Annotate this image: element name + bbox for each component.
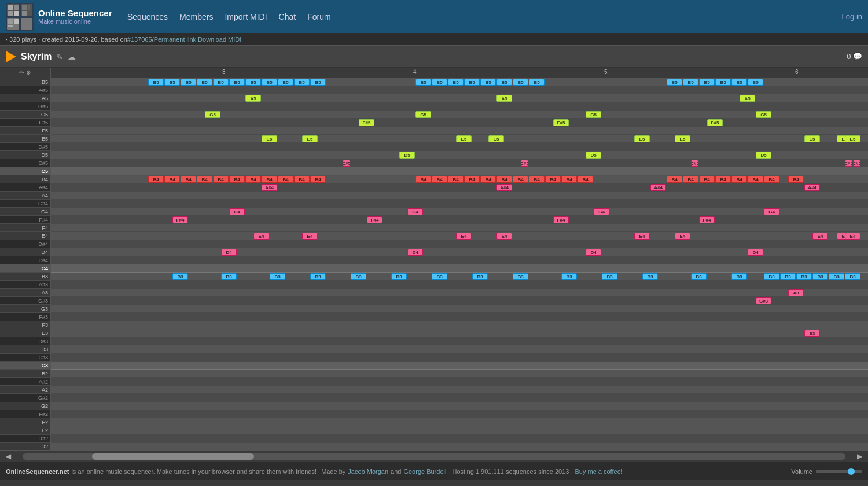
grid-row-D3[interactable] <box>51 345 868 354</box>
note-B3-col79[interactable]: B3 <box>691 273 707 280</box>
note-B5-col80[interactable]: B5 <box>699 79 715 86</box>
note-B5-col30[interactable]: B5 <box>294 79 310 86</box>
note-B3-col68[interactable]: B3 <box>602 273 617 280</box>
note-B3-col92[interactable]: B3 <box>796 273 812 280</box>
grid-row-F#5[interactable]: F#5F#5F#5 <box>51 119 868 127</box>
note-F#4-col62[interactable]: F#4 <box>553 216 569 223</box>
piano-key-A2[interactable]: A2 <box>0 386 50 394</box>
grid-row-C4[interactable] <box>51 264 868 273</box>
grid-row-G#4[interactable] <box>51 200 868 208</box>
nav-import-midi[interactable]: Import MIDI <box>225 12 267 21</box>
author2-link[interactable]: George Burdell <box>403 468 446 475</box>
grid-row-E5[interactable]: E5E5E5E5E5E5E5E5E5 <box>51 135 868 143</box>
note-B5-col53[interactable]: B5 <box>480 79 496 86</box>
note-B4-col22[interactable]: B4 <box>229 176 245 183</box>
play-button[interactable] <box>6 51 16 62</box>
note-B3-col42[interactable]: B3 <box>391 273 407 280</box>
note-A5-col55[interactable]: A5 <box>496 95 512 102</box>
note-B5-col32[interactable]: B5 <box>310 79 326 86</box>
note-B3-col32[interactable]: B3 <box>310 273 326 280</box>
piano-key-D4[interactable]: D4 <box>0 248 50 256</box>
piano-key-D#4[interactable]: D#4 <box>0 240 50 248</box>
grid-row-A3[interactable]: A3 <box>51 289 868 297</box>
note-E5-col93[interactable]: E5 <box>804 135 820 142</box>
note-B4-col14[interactable]: B4 <box>164 176 180 183</box>
note-B5-col51[interactable]: B5 <box>464 79 480 86</box>
piano-key-D#2[interactable]: D#2 <box>0 435 50 443</box>
note-C#5-col98[interactable]: C#5 <box>845 160 852 167</box>
grid-row-G2[interactable] <box>51 402 868 410</box>
note-E5-col26[interactable]: E5 <box>262 135 277 142</box>
grid-row-E4[interactable]: E4E4E4E4E4E4E4E4E4 <box>51 232 868 240</box>
note-F#4-col80[interactable]: F#4 <box>699 216 715 223</box>
grid-row-F5[interactable] <box>51 127 868 135</box>
piano-key-G#5[interactable]: G#5 <box>0 102 50 111</box>
note-B3-col52[interactable]: B3 <box>472 273 488 280</box>
piano-key-G#2[interactable]: G#2 <box>0 394 50 402</box>
note-B4-col78[interactable]: B4 <box>683 176 698 183</box>
piano-key-F4[interactable]: F4 <box>0 224 50 232</box>
note-B4-col47[interactable]: B4 <box>432 176 447 183</box>
note-B5-col84[interactable]: B5 <box>731 79 747 86</box>
note-F#5-col81[interactable]: F#5 <box>707 119 723 126</box>
note-D4-col44[interactable]: D4 <box>407 249 423 256</box>
piano-key-C#5[interactable]: C#5 <box>0 159 50 167</box>
note-E4-col31[interactable]: E4 <box>302 233 318 240</box>
note-B5-col26[interactable]: B5 <box>262 79 277 86</box>
note-B5-col82[interactable]: B5 <box>715 79 731 86</box>
note-E3-col93[interactable]: E3 <box>804 330 820 337</box>
piano-key-G#4[interactable]: G#4 <box>0 200 50 208</box>
note-B4-col82[interactable]: B4 <box>715 176 731 183</box>
note-B5-col22[interactable]: B5 <box>229 79 245 86</box>
grid-row-B5[interactable]: B5B5B5B5B5B5B5B5B5B5B5B5B5B5B5B5B5B5B5B5… <box>51 78 868 86</box>
piano-key-B2[interactable]: B2 <box>0 370 50 378</box>
note-C#5-col36[interactable]: C#5 <box>343 160 350 167</box>
note-E4-col77[interactable]: E4 <box>675 233 690 240</box>
grid-row-F#3[interactable] <box>51 313 868 321</box>
scrollbar-track[interactable] <box>23 453 845 460</box>
note-B3-col27[interactable]: B3 <box>270 273 285 280</box>
note-G5-col19[interactable]: G5 <box>205 111 220 118</box>
note-G5-col45[interactable]: G5 <box>415 111 431 118</box>
piano-key-B4[interactable]: B4 <box>0 175 50 183</box>
note-G4-col44[interactable]: G4 <box>407 208 423 215</box>
note-F#4-col15[interactable]: F#4 <box>172 216 188 223</box>
note-B4-col57[interactable]: B4 <box>513 176 528 183</box>
piano-key-A3[interactable]: A3 <box>0 289 50 297</box>
piano-key-E2[interactable]: E2 <box>0 426 50 435</box>
grid-row-D2[interactable] <box>51 443 868 450</box>
note-A#4-col93[interactable]: A#4 <box>804 184 820 191</box>
piano-key-F#5[interactable]: F#5 <box>0 119 50 127</box>
note-B5-col14[interactable]: B5 <box>164 79 180 86</box>
note-G4-col22[interactable]: G4 <box>229 208 245 215</box>
note-B5-col55[interactable]: B5 <box>496 79 512 86</box>
grid-row-A#3[interactable] <box>51 281 868 289</box>
grid-area[interactable]: 3 4 5 6 B5B5B5B5B5B5B5B5B5B5B5B5B5B5B5B5… <box>51 68 868 450</box>
grid-row-D#4[interactable] <box>51 240 868 248</box>
note-A#4-col26[interactable]: A#4 <box>262 184 277 191</box>
note-B3-col57[interactable]: B3 <box>513 273 528 280</box>
grid-row-D4[interactable]: D4D4D4D4 <box>51 248 868 256</box>
author1-link[interactable]: Jacob Morgan <box>348 468 388 475</box>
note-D5-col43[interactable]: D5 <box>399 152 415 159</box>
note-B5-col16[interactable]: B5 <box>181 79 196 86</box>
piano-key-F5[interactable]: F5 <box>0 127 50 135</box>
piano-key-G3[interactable]: G3 <box>0 305 50 313</box>
piano-key-B5[interactable]: B5 <box>0 78 50 86</box>
piano-key-A#3[interactable]: A#3 <box>0 281 50 289</box>
note-D4-col21[interactable]: D4 <box>221 249 237 256</box>
ref-link[interactable]: #137065 <box>127 36 152 43</box>
note-B4-col91[interactable]: B4 <box>788 176 804 183</box>
piano-key-D5[interactable]: D5 <box>0 151 50 159</box>
note-E5-col54[interactable]: E5 <box>488 135 504 142</box>
grid-row-F#4[interactable]: F#4F#4F#4F#4 <box>51 216 868 224</box>
grid-row-C3[interactable] <box>51 362 868 370</box>
note-B4-col61[interactable]: B4 <box>545 176 561 183</box>
piano-key-D3[interactable]: D3 <box>0 345 50 354</box>
piano-key-C4[interactable]: C4 <box>0 264 50 273</box>
grid-row-G5[interactable]: G5G5G5G5 <box>51 111 868 119</box>
piano-key-B3[interactable]: B3 <box>0 273 50 281</box>
nav-forum[interactable]: Forum <box>307 12 330 21</box>
piano-key-A5[interactable]: A5 <box>0 94 50 102</box>
piano-key-E5[interactable]: E5 <box>0 135 50 143</box>
